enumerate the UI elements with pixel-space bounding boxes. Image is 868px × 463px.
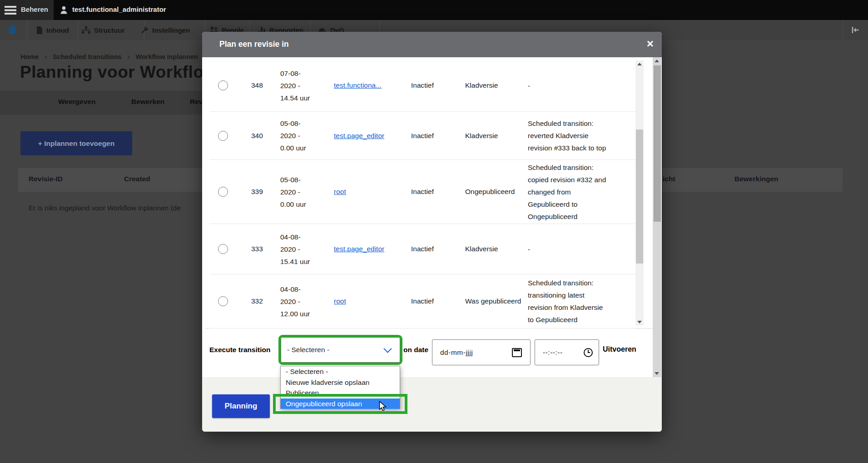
revision-description: Scheduled transition: reverted Kladversi…	[528, 117, 635, 154]
username-link[interactable]: test.functional_administrator	[72, 5, 166, 13]
modal-footer	[202, 377, 662, 432]
tab-weergeven[interactable]: Weergeven	[58, 98, 95, 106]
revision-radio[interactable]	[218, 244, 228, 254]
dropdown-option-selecteren[interactable]: - Selecteren -	[281, 366, 400, 377]
scroll-down-icon[interactable]	[637, 321, 642, 324]
revision-state: Kladversie	[459, 245, 528, 253]
chevron-down-icon	[383, 344, 392, 353]
clock-icon[interactable]	[584, 348, 593, 357]
tab-revisies[interactable]: Revis	[190, 98, 202, 106]
revision-date: 05-08- 2020 - 0.00 uur	[273, 174, 332, 210]
transition-select[interactable]: - Selecteren -	[281, 337, 400, 363]
user-icon	[60, 6, 67, 14]
mouse-cursor-icon	[378, 401, 388, 412]
revision-user-link[interactable]: test.page_editor	[334, 132, 384, 139]
tab-bewerken[interactable]: Bewerken	[131, 98, 164, 106]
tab-bar: Weergeven Bewerken Revis	[0, 91, 202, 115]
revision-state: Kladversie	[459, 81, 528, 90]
table-row: 348 07-08- 2020 - 14.54 uur test.functio…	[210, 60, 635, 112]
scroll-up-icon[interactable]	[637, 63, 642, 65]
revision-date: 04-08- 2020 - 15.41 uur	[273, 231, 332, 268]
transition-select-highlight: - Selecteren -	[278, 335, 402, 365]
schedule-revision-modal: Plan een revisie in × 348 07-08- 2020 - …	[202, 32, 662, 432]
close-icon[interactable]: ×	[647, 35, 654, 52]
revision-description: Scheduled transition: transitioning late…	[528, 277, 635, 326]
revision-radio[interactable]	[218, 131, 228, 141]
table-row: 332 04-08- 2020 - 12.00 uur root Inactie…	[210, 274, 635, 329]
revision-user-link[interactable]: test.page_editor	[334, 245, 384, 253]
admin-menu-toggle[interactable]: Beheren	[0, 0, 54, 20]
table-row: 340 05-08- 2020 - 0.00 uur test.page_edi…	[210, 112, 635, 160]
transition-select-value: - Selecteren -	[281, 346, 385, 354]
modal-title: Plan een revisie in	[219, 40, 289, 49]
column-header-created: Created	[124, 175, 150, 183]
page-title: Planning voor Workflow	[20, 63, 202, 85]
modal-scrollbar[interactable]	[653, 57, 661, 377]
admin-topbar: Beheren test.functional_administrator	[0, 0, 868, 20]
revision-user-link[interactable]: root	[334, 297, 346, 305]
revision-user-link[interactable]: test.functiona...	[334, 81, 382, 89]
time-input-value: --:--:--	[535, 348, 584, 357]
collapse-left-icon	[852, 26, 860, 34]
table-row: 339 05-08- 2020 - 0.00 uur root Inactief…	[210, 160, 635, 224]
wrench-icon	[141, 26, 149, 34]
breadcrumb: Home › Scheduled transitions › Workflow …	[20, 53, 202, 63]
table-row: 333 04-08- 2020 - 15.41 uur test.page_ed…	[210, 224, 635, 274]
revision-status: Inactief	[409, 188, 459, 196]
revision-state: Was gepubliceerd	[459, 297, 528, 305]
revision-radio[interactable]	[218, 296, 228, 306]
revision-status: Inactief	[409, 81, 459, 90]
scrollbar-thumb[interactable]	[654, 65, 661, 222]
modal-header: Plan een revisie in ×	[202, 32, 662, 57]
revision-date: 07-08- 2020 - 14.54 uur	[273, 67, 332, 104]
revision-table: 348 07-08- 2020 - 14.54 uur test.functio…	[210, 60, 635, 329]
toolbar-item-structuur[interactable]: Structuur	[82, 20, 125, 40]
planning-button[interactable]: Planning	[212, 394, 270, 418]
revision-status: Inactief	[409, 245, 459, 253]
toolbar-separator	[78, 20, 78, 40]
add-schedule-button[interactable]: + Inplannen toevoegen	[20, 131, 132, 155]
on-date-label: on date	[403, 346, 428, 354]
execute-transition-label: Execute transition	[209, 346, 278, 354]
revision-id: 340	[236, 132, 273, 140]
toolbar-collapse-button[interactable]	[843, 20, 868, 40]
breadcrumb-home-link[interactable]: Home	[20, 53, 39, 63]
column-header-revisie-id: Revisie-ID	[29, 175, 63, 183]
revision-id: 348	[236, 81, 273, 90]
breadcrumb-current: Workflow inplannen	[135, 53, 198, 63]
date-input[interactable]: dd-mm-jjjj	[432, 339, 531, 365]
revision-user-link[interactable]: root	[334, 188, 346, 195]
calendar-icon[interactable]	[512, 348, 522, 357]
toolbar-item-inhoud[interactable]: Inhoud	[36, 20, 69, 40]
toolbar-separator	[27, 20, 27, 40]
revision-id: 339	[236, 188, 273, 196]
revision-date: 05-08- 2020 - 0.00 uur	[273, 117, 332, 154]
breadcrumb-separator: ›	[45, 53, 47, 63]
document-icon	[36, 26, 43, 34]
hamburger-icon	[5, 6, 16, 8]
scrollbar-thumb[interactable]	[636, 129, 643, 264]
revision-state: Ongepubliceerd	[459, 188, 528, 196]
date-input-value: dd-mm-jjjj	[432, 348, 512, 357]
revision-date: 04-08- 2020 - 12.00 uur	[273, 283, 332, 320]
admin-menu-label: Beheren	[21, 5, 48, 13]
revision-radio[interactable]	[218, 80, 228, 90]
revision-description: -	[528, 243, 635, 255]
sitemap-icon	[82, 26, 90, 34]
revision-id: 332	[236, 297, 273, 305]
time-input[interactable]: --:--:--	[535, 339, 599, 365]
uitvoeren-button[interactable]: Uitvoeren	[603, 345, 636, 353]
toolbar-item-instellingen[interactable]: Instellingen	[141, 20, 190, 40]
column-header-partial: icht	[663, 175, 675, 183]
empty-table-message: Er is niks ingepland voor Workflow inpla…	[29, 204, 202, 212]
breadcrumb-scheduled-transitions-link[interactable]: Scheduled transitions	[53, 53, 121, 63]
drupal-logo-icon[interactable]	[5, 24, 19, 36]
revision-description: Scheduled transition: copied revision #3…	[528, 161, 635, 223]
scroll-up-icon[interactable]	[655, 60, 659, 62]
scroll-down-icon[interactable]	[655, 372, 659, 375]
dropdown-option-nieuwe-kladversie[interactable]: Nieuwe kladversie opslaan	[281, 377, 400, 388]
table-scrollbar[interactable]	[635, 60, 644, 326]
breadcrumb-separator: ›	[128, 53, 130, 63]
revision-status: Inactief	[409, 132, 459, 140]
revision-radio[interactable]	[218, 187, 228, 197]
